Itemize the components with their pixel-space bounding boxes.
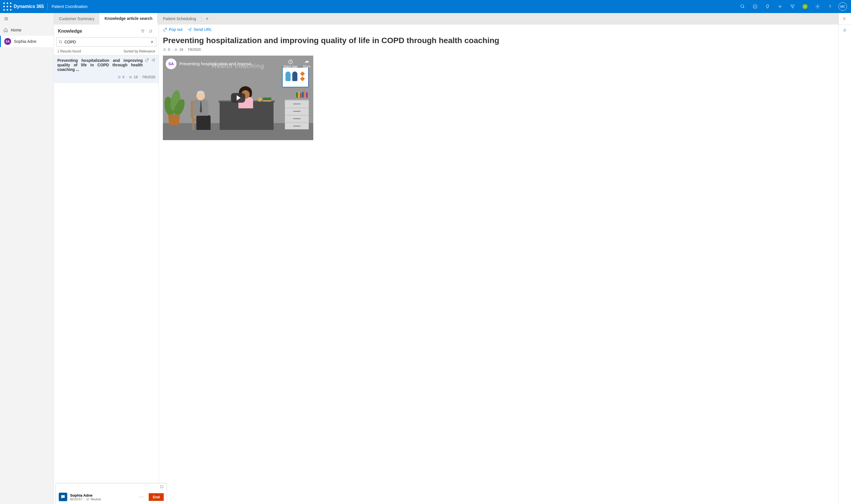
results-count-label: 1 Results found xyxy=(57,49,81,53)
right-rail xyxy=(838,13,851,504)
help-icon[interactable] xyxy=(824,0,836,13)
views-icon xyxy=(129,75,132,79)
article-video[interactable]: Health coaching xyxy=(163,56,313,140)
svg-point-7 xyxy=(6,9,8,11)
popout-icon[interactable] xyxy=(145,58,149,62)
star-icon xyxy=(163,48,166,51)
agent-script-icon[interactable] xyxy=(839,25,851,36)
svg-point-5 xyxy=(10,6,11,7)
nav-home[interactable]: Home xyxy=(0,24,54,36)
video-scene-cabinet xyxy=(285,97,309,129)
star-icon xyxy=(118,75,121,79)
svg-point-0 xyxy=(3,3,5,4)
brand-label[interactable]: Dynamics 365 xyxy=(13,4,47,9)
svg-point-9 xyxy=(741,4,744,8)
app-name-label[interactable]: Patient Coordination xyxy=(48,4,92,9)
chat-session-card: Sophia Adne 00:02:57 | Neutral ··· End xyxy=(56,483,167,504)
tab-knowledge-search[interactable]: Knowledge article search xyxy=(99,13,158,24)
svg-point-2 xyxy=(10,3,11,4)
tab-add-button[interactable] xyxy=(201,13,213,24)
sort-label: Sorted by Relevance xyxy=(124,49,155,53)
tab-customer-summary[interactable]: Customer Summary xyxy=(54,13,99,24)
video-title-overlay: Preventing hospitalization and improvi..… xyxy=(179,61,254,66)
article-date: 7/6/2020 xyxy=(188,48,201,52)
chat-duration: 00:02:57 xyxy=(70,498,82,501)
filter-icon[interactable] xyxy=(786,0,799,13)
knowledge-title: Knowledge xyxy=(58,29,139,34)
hamburger-icon[interactable] xyxy=(0,13,54,24)
svg-point-3 xyxy=(3,6,5,7)
svg-point-14 xyxy=(130,77,131,78)
sentiment-icon xyxy=(86,498,89,501)
user-avatar[interactable]: MC xyxy=(838,2,847,11)
video-watch-later-button[interactable]: Watch later xyxy=(283,59,298,68)
result-views: 19 xyxy=(134,75,138,79)
knowledge-search-input[interactable] xyxy=(65,40,150,44)
result-date: 7/6/2020 xyxy=(142,75,155,79)
clear-search-icon[interactable]: ✕ xyxy=(150,40,154,44)
svg-point-1 xyxy=(6,3,8,4)
add-icon[interactable] xyxy=(774,0,786,13)
popout-label: Pop out xyxy=(169,27,182,32)
views-icon xyxy=(174,48,178,51)
popout-button[interactable]: Pop out xyxy=(163,27,182,32)
left-nav: Home SA Sophia Adne xyxy=(0,13,54,504)
svg-point-11 xyxy=(817,6,818,7)
chat-end-button[interactable]: End xyxy=(149,493,164,501)
knowledge-panel: Knowledge ✕ 1 Results found Sorted by Re… xyxy=(54,24,159,504)
session-avatar: SA xyxy=(4,38,11,45)
article-title: Preventing hospitalization and improving… xyxy=(159,33,838,47)
video-scene-books xyxy=(296,91,307,97)
search-icon[interactable] xyxy=(737,0,749,13)
collapse-panel-icon[interactable] xyxy=(839,13,851,24)
task-icon[interactable] xyxy=(749,0,761,13)
result-rating: 0 xyxy=(123,75,125,79)
svg-rect-17 xyxy=(161,486,163,488)
article-rating: 0 xyxy=(168,48,170,52)
svg-point-13 xyxy=(59,40,61,43)
knowledge-filter-icon[interactable] xyxy=(139,27,147,35)
workspace: Customer Summary Knowledge article searc… xyxy=(54,13,838,504)
send-url-button[interactable]: Send URL xyxy=(188,27,212,32)
video-share-button[interactable]: Share xyxy=(303,59,311,68)
chat-channel-icon xyxy=(59,493,67,501)
svg-point-6 xyxy=(3,9,5,11)
settings-icon[interactable] xyxy=(811,0,824,13)
send-url-label: Send URL xyxy=(194,27,212,32)
video-channel-avatar: SA xyxy=(166,58,177,69)
article-views: 19 xyxy=(179,48,183,52)
send-icon[interactable] xyxy=(151,58,155,62)
tab-patient-scheduling[interactable]: Patient Scheduling xyxy=(158,13,201,24)
video-play-button[interactable] xyxy=(231,93,245,103)
svg-point-19 xyxy=(87,499,87,499)
insights-icon[interactable] xyxy=(761,0,774,13)
svg-point-4 xyxy=(6,6,8,7)
status-ok-icon[interactable] xyxy=(799,0,811,13)
search-icon xyxy=(59,40,63,44)
chat-maximize-icon[interactable] xyxy=(160,485,164,489)
result-title: Preventing hospitalization and improving… xyxy=(57,58,143,72)
article-panel: Pop out Send URL Preventing hospitalizat… xyxy=(159,24,838,504)
knowledge-result-item[interactable]: Preventing hospitalization and improving… xyxy=(54,55,159,83)
video-scene-poster xyxy=(282,67,309,87)
svg-point-15 xyxy=(176,49,177,50)
chat-more-icon[interactable]: ··· xyxy=(139,494,144,500)
session-name-label: Sophia Adne xyxy=(14,39,36,44)
knowledge-search-box[interactable]: ✕ xyxy=(56,37,156,47)
nav-session-item[interactable]: SA Sophia Adne xyxy=(0,36,54,47)
svg-point-20 xyxy=(88,499,88,499)
tab-strip: Customer Summary Knowledge article searc… xyxy=(54,13,838,24)
svg-point-10 xyxy=(753,4,757,8)
knowledge-sort-icon[interactable] xyxy=(147,27,155,35)
chat-name: Sophia Adne xyxy=(70,493,136,498)
app-launcher-icon[interactable] xyxy=(2,1,13,12)
chat-sentiment: Neutral xyxy=(91,498,101,501)
top-nav: Dynamics 365 Patient Coordination MC xyxy=(0,0,851,13)
video-scene-plant xyxy=(164,79,184,116)
svg-point-8 xyxy=(10,9,11,11)
svg-point-18 xyxy=(86,498,89,500)
nav-home-label: Home xyxy=(11,28,21,32)
